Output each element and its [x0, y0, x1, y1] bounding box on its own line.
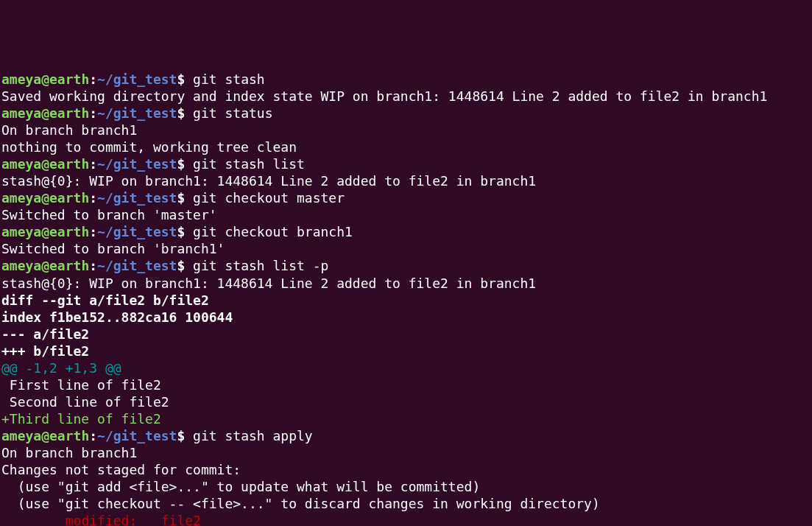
colon: : [89, 105, 97, 121]
output: stash@{0}: WIP on branch1: 1448614 Line … [1, 172, 811, 189]
prompt-line: ameya@earth:~/git_test$ git status [1, 105, 811, 122]
at: @ [41, 224, 49, 239]
colon: : [89, 258, 97, 273]
output: On branch branch1 [1, 122, 811, 138]
host: earth [49, 428, 89, 443]
dollar: $ [177, 190, 185, 206]
output: Switched to branch 'branch1' [1, 240, 811, 257]
at: @ [41, 428, 49, 443]
modified-label: modified: file2 [66, 513, 201, 526]
path: ~/git_test [97, 190, 177, 206]
output: (use "git add <file>..." to update what … [1, 478, 811, 495]
at: @ [41, 190, 49, 206]
output: Changes not staged for commit: [1, 461, 811, 478]
path: ~/git_test [97, 258, 177, 273]
prompt-line: ameya@earth:~/git_test$ git stash list -… [1, 257, 811, 274]
command: git status [185, 105, 272, 121]
diff-hunk: @@ -1,2 +1,3 @@ [1, 360, 811, 376]
output: nothing to commit, working tree clean [1, 138, 811, 155]
user: ameya [1, 224, 41, 239]
output: stash@{0}: WIP on branch1: 1448614 Line … [1, 275, 811, 292]
host: earth [49, 224, 89, 239]
at: @ [41, 105, 49, 121]
command: git stash list [185, 156, 305, 172]
diff-context: Second line of file2 [1, 393, 811, 410]
host: earth [49, 156, 89, 172]
diff-added: +Third line of file2 [1, 410, 811, 427]
path: ~/git_test [97, 428, 177, 443]
path: ~/git_test [97, 105, 177, 121]
terminal-area[interactable]: ameya@earth:~/git_test$ git stashSaved w… [1, 71, 811, 526]
command: git stash apply [185, 428, 312, 443]
command: git stash list -p [185, 258, 328, 273]
at: @ [41, 71, 49, 87]
user: ameya [1, 105, 41, 121]
prompt-line: ameya@earth:~/git_test$ git stash [1, 71, 811, 88]
diff-header: diff --git a/file2 b/file2 [1, 292, 811, 309]
output: (use "git checkout -- <file>..." to disc… [1, 495, 811, 512]
at: @ [41, 258, 49, 273]
command: git checkout branch1 [185, 224, 353, 239]
dollar: $ [177, 156, 185, 172]
diff-header: index f1be152..882ca16 100644 [1, 309, 811, 326]
prompt-line: ameya@earth:~/git_test$ git stash apply [1, 427, 811, 444]
dollar: $ [177, 258, 185, 273]
path: ~/git_test [97, 224, 177, 239]
colon: : [89, 71, 97, 87]
user: ameya [1, 190, 41, 206]
host: earth [49, 258, 89, 273]
indent [1, 513, 66, 526]
output: On branch branch1 [1, 444, 811, 461]
output: Saved working directory and index state … [1, 88, 811, 105]
output: Switched to branch 'master' [1, 206, 811, 223]
user: ameya [1, 71, 41, 87]
prompt-line: ameya@earth:~/git_test$ git stash list [1, 155, 811, 172]
host: earth [49, 105, 89, 121]
host: earth [49, 71, 89, 87]
at: @ [41, 156, 49, 172]
colon: : [89, 224, 97, 239]
user: ameya [1, 428, 41, 443]
path: ~/git_test [97, 71, 177, 87]
dollar: $ [177, 224, 185, 239]
dollar: $ [177, 105, 185, 121]
colon: : [89, 190, 97, 206]
command: git checkout master [185, 190, 345, 206]
host: earth [49, 190, 89, 206]
diff-header: --- a/file2 [1, 326, 811, 343]
colon: : [89, 156, 97, 172]
diff-context: First line of file2 [1, 376, 811, 393]
command: git stash [185, 71, 264, 87]
colon: : [89, 428, 97, 443]
user: ameya [1, 156, 41, 172]
prompt-line: ameya@earth:~/git_test$ git checkout bra… [1, 223, 811, 240]
path: ~/git_test [97, 156, 177, 172]
prompt-line: ameya@earth:~/git_test$ git checkout mas… [1, 189, 811, 206]
dollar: $ [177, 71, 185, 87]
diff-header: +++ b/file2 [1, 343, 811, 360]
user: ameya [1, 258, 41, 273]
dollar: $ [177, 428, 185, 443]
modified-line: modified: file2 [1, 512, 811, 526]
